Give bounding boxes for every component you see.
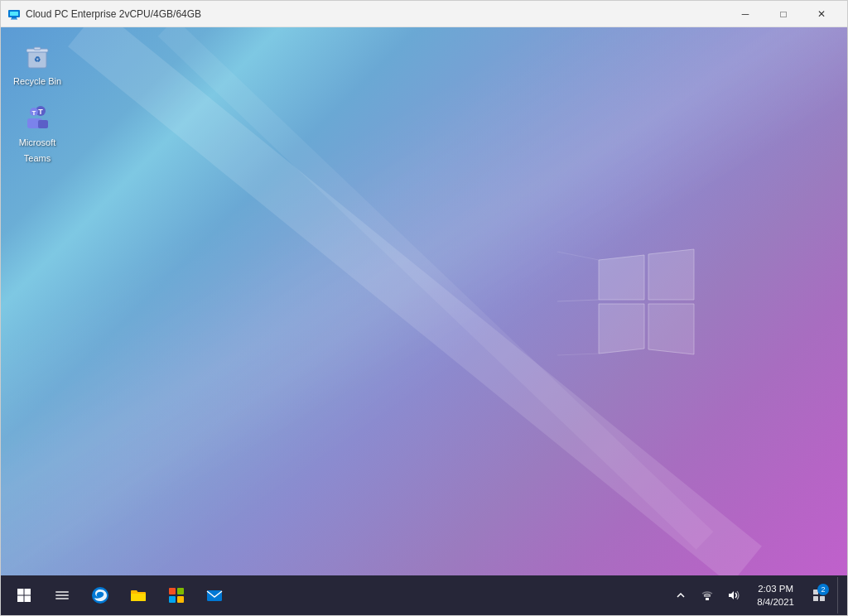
- svg-line-8: [557, 300, 599, 301]
- teams-icon: T T: [22, 101, 53, 132]
- chevron-up-icon: [677, 590, 685, 600]
- svg-rect-35: [207, 590, 222, 601]
- taskbar-left: [6, 577, 233, 614]
- svg-rect-3: [11, 18, 17, 19]
- maximize-button[interactable]: □: [764, 1, 802, 27]
- svg-rect-1: [10, 12, 18, 16]
- svg-rect-31: [169, 588, 176, 594]
- svg-rect-20: [38, 120, 48, 128]
- svg-rect-37: [704, 595, 711, 597]
- light-rays: [1, 27, 847, 575]
- svg-rect-27: [55, 591, 69, 593]
- system-tray: [669, 577, 745, 614]
- svg-rect-34: [177, 596, 184, 603]
- svg-line-9: [557, 252, 599, 260]
- svg-rect-2: [12, 17, 17, 19]
- taskbar: 2:03 PM 8/4/2021 2: [1, 575, 847, 615]
- window-title: Cloud PC Enterprise 2vCPU/4GB/64GB: [26, 8, 201, 20]
- svg-rect-13: [34, 47, 41, 50]
- title-bar-left: Cloud PC Enterprise 2vCPU/4GB/64GB: [7, 7, 201, 21]
- microsoft-teams-icon-item[interactable]: T T Microsoft Teams: [7, 97, 67, 167]
- mail-button[interactable]: [196, 577, 233, 614]
- title-bar: Cloud PC Enterprise 2vCPU/4GB/64GB ─ □ ✕: [1, 1, 847, 27]
- volume-tray-button[interactable]: [722, 577, 745, 614]
- svg-rect-28: [55, 594, 69, 596]
- svg-marker-38: [729, 591, 734, 599]
- edge-icon: [91, 586, 109, 604]
- network-tray-button[interactable]: [696, 577, 719, 614]
- svg-rect-36: [706, 598, 709, 600]
- svg-marker-7: [648, 304, 694, 354]
- window-chrome: Cloud PC Enterprise 2vCPU/4GB/64GB ─ □ ✕: [0, 0, 848, 616]
- search-button[interactable]: [44, 577, 80, 614]
- teams-label-line1: Microsoft: [19, 137, 56, 148]
- clock-area[interactable]: 2:03 PM 8/4/2021: [750, 577, 801, 614]
- svg-rect-24: [25, 589, 31, 595]
- search-taskbar-icon: [55, 588, 70, 603]
- mail-icon: [205, 586, 224, 604]
- show-desktop-button[interactable]: [837, 577, 842, 614]
- desktop[interactable]: ♻ Recycle Bin T T: [1, 27, 847, 575]
- notification-badge: 2: [817, 584, 829, 595]
- svg-rect-25: [17, 596, 24, 603]
- svg-rect-29: [55, 598, 69, 599]
- folder-icon: [129, 586, 147, 604]
- volume-icon: [727, 590, 740, 601]
- svg-marker-4: [599, 255, 644, 300]
- minimize-button[interactable]: ─: [726, 1, 764, 27]
- svg-marker-6: [599, 304, 644, 354]
- teams-label-line2: Teams: [24, 152, 51, 164]
- svg-text:T: T: [32, 109, 36, 117]
- title-bar-controls: ─ □ ✕: [726, 1, 841, 27]
- svg-rect-32: [177, 588, 184, 594]
- clock-time: 2:03 PM: [758, 582, 793, 595]
- desktop-icons: ♻ Recycle Bin T T: [7, 36, 67, 167]
- windows-start-icon: [17, 588, 31, 603]
- recycle-bin-icon-item[interactable]: ♻ Recycle Bin: [7, 36, 67, 90]
- recycle-bin-label: Recycle Bin: [13, 75, 61, 87]
- file-explorer-button[interactable]: [120, 577, 157, 614]
- clock-date: 8/4/2021: [757, 595, 794, 609]
- svg-rect-41: [813, 596, 818, 601]
- svg-marker-5: [648, 249, 694, 300]
- svg-rect-33: [169, 596, 176, 603]
- svg-line-10: [557, 354, 599, 355]
- svg-rect-23: [17, 589, 24, 595]
- svg-rect-26: [25, 596, 31, 603]
- windows-logo: [549, 219, 715, 384]
- recycle-bin-icon: ♻: [22, 40, 53, 71]
- close-button[interactable]: ✕: [802, 1, 841, 27]
- taskbar-right: 2:03 PM 8/4/2021 2: [669, 577, 842, 614]
- store-icon: [167, 586, 186, 604]
- svg-rect-42: [820, 596, 825, 601]
- store-button[interactable]: [158, 577, 195, 614]
- svg-text:♻: ♻: [34, 55, 41, 64]
- edge-button[interactable]: [82, 577, 118, 614]
- network-icon: [701, 590, 714, 601]
- show-hidden-icons-button[interactable]: [669, 577, 692, 614]
- start-button[interactable]: [6, 577, 42, 614]
- app-icon: [7, 7, 21, 21]
- notification-center-button[interactable]: 2: [806, 577, 832, 614]
- svg-text:T: T: [38, 108, 43, 116]
